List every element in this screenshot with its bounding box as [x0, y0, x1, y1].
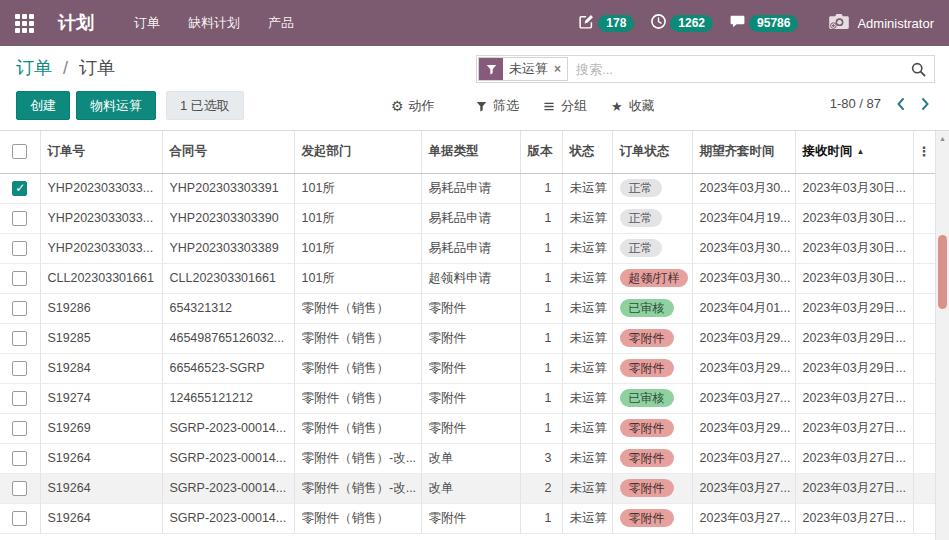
selected-count-button[interactable]: 1 已选取 [166, 91, 244, 120]
column-contract-no[interactable]: 合同号 [162, 131, 294, 173]
column-version[interactable]: 版本 [520, 131, 562, 173]
cell-version: 1 [520, 203, 562, 233]
row-checkbox[interactable] [12, 511, 27, 526]
table-row[interactable]: S19264 SGRP-2023-00014... 零附件（销售） 零附件 1 … [0, 503, 935, 533]
cell-doc-type: 零附件 [421, 353, 520, 383]
cell-version: 1 [520, 503, 562, 533]
cell-expect-time: 2023年03月27... [692, 473, 795, 503]
table-row[interactable]: S19286 654321312 零附件（销售） 零附件 1 未运算 已审核 2… [0, 293, 935, 323]
column-order-state[interactable]: 订单状态 [612, 131, 692, 173]
user-menu[interactable]: Administrator [828, 13, 934, 34]
filters-dropdown[interactable]: 筛选 [476, 97, 519, 115]
cell-expect-time: 2023年04月01... [692, 293, 795, 323]
column-receive-time[interactable]: 接收时间▲ [795, 131, 913, 173]
search-icon[interactable] [911, 62, 926, 77]
column-dept[interactable]: 发起部门 [294, 131, 421, 173]
cell-doc-type: 零附件 [421, 413, 520, 443]
select-all-checkbox[interactable] [12, 144, 27, 159]
table-row[interactable]: YHP2023033033... YHP202303303389 101所 易耗… [0, 233, 935, 263]
material-compute-button[interactable]: 物料运算 [76, 91, 156, 120]
vertical-scrollbar[interactable]: ▲ [935, 131, 949, 540]
row-checkbox[interactable] [12, 301, 27, 316]
scrollbar-up-icon[interactable]: ▲ [936, 131, 949, 145]
apps-menu-icon[interactable] [15, 14, 34, 33]
table-row[interactable]: YHP2023033033... YHP202303303391 101所 易耗… [0, 173, 935, 203]
row-checkbox[interactable] [12, 211, 27, 226]
actions-label: 动作 [409, 97, 435, 115]
column-expect-time[interactable]: 期望齐套时间 [692, 131, 795, 173]
order-state-badge: 已审核 [620, 299, 674, 317]
cell-status: 未运算 [562, 233, 612, 263]
cell-order-state: 已审核 [612, 293, 692, 323]
scrollbar-thumb[interactable] [938, 235, 947, 309]
row-checkbox[interactable] [12, 271, 27, 286]
tray-messages[interactable]: 178 [578, 13, 634, 33]
menu-products[interactable]: 产品 [268, 14, 294, 32]
menu-shortage-plan[interactable]: 缺料计划 [188, 14, 240, 32]
row-checkbox[interactable] [12, 391, 27, 406]
tray-chat[interactable]: 95786 [729, 13, 798, 33]
cell-receive-time: 2023年03月27日... [795, 383, 913, 413]
column-doc-type[interactable]: 单据类型 [421, 131, 520, 173]
cell-status: 未运算 [562, 173, 612, 203]
search-input[interactable] [574, 61, 903, 78]
row-checkbox[interactable] [12, 241, 27, 256]
cell-receive-time: 2023年03月29日... [795, 293, 913, 323]
table-row[interactable]: S19269 SGRP-2023-00014... 零附件（销售） 零附件 1 … [0, 413, 935, 443]
table-row[interactable]: S19274 124655121212 零附件（销售） 零附件 1 未运算 已审… [0, 383, 935, 413]
filter-icon [476, 101, 487, 112]
cell-version: 1 [520, 383, 562, 413]
pager-value[interactable]: 1-80 / 87 [830, 96, 881, 111]
groupby-dropdown[interactable]: 分组 [543, 97, 587, 115]
filters-label: 筛选 [493, 97, 519, 115]
table-row[interactable]: S19285 465498765126032... 零附件（销售） 零附件 1 … [0, 323, 935, 353]
favorites-dropdown[interactable]: ★ 收藏 [611, 97, 655, 115]
table-row[interactable]: YHP2023033033... YHP202303303390 101所 易耗… [0, 203, 935, 233]
cell-doc-type: 改单 [421, 473, 520, 503]
pager-previous-icon[interactable] [895, 97, 906, 111]
filter-facet-icon [479, 58, 503, 80]
create-button[interactable]: 创建 [16, 91, 70, 120]
messages-count-badge: 178 [598, 15, 634, 32]
column-order-no[interactable]: 订单号 [40, 131, 162, 173]
cell-order-no: S19274 [40, 383, 162, 413]
cell-doc-type: 零附件 [421, 293, 520, 323]
row-checkbox[interactable] [12, 181, 27, 196]
search-facet[interactable]: 未运算 × [478, 57, 568, 81]
row-checkbox[interactable] [12, 481, 27, 496]
column-status[interactable]: 状态 [562, 131, 612, 173]
row-checkbox[interactable] [12, 421, 27, 436]
star-icon: ★ [611, 99, 623, 114]
cell-status: 未运算 [562, 263, 612, 293]
cell-receive-time: 2023年03月30日... [795, 233, 913, 263]
actions-dropdown[interactable]: ⚙ 动作 [391, 97, 435, 115]
row-checkbox[interactable] [12, 331, 27, 346]
menu-orders[interactable]: 订单 [134, 14, 160, 32]
row-checkbox[interactable] [12, 451, 27, 466]
order-state-badge: 零附件 [620, 509, 674, 527]
tray-activities[interactable]: 1262 [650, 13, 713, 33]
cell-contract-no: 66546523-SGRP [162, 353, 294, 383]
optional-columns-icon[interactable]: ⋮ [913, 131, 935, 173]
cell-dept: 零附件（销售） [294, 413, 421, 443]
cell-version: 1 [520, 173, 562, 203]
cell-status: 未运算 [562, 203, 612, 233]
table-row[interactable]: S19264 SGRP-2023-00014... 零附件（销售）-改... 改… [0, 473, 935, 503]
cell-version: 1 [520, 353, 562, 383]
table-row[interactable]: S19284 66546523-SGRP 零附件（销售） 零附件 1 未运算 零… [0, 353, 935, 383]
cell-contract-no: 465498765126032... [162, 323, 294, 353]
cell-contract-no: SGRP-2023-00014... [162, 503, 294, 533]
cell-order-no: S19286 [40, 293, 162, 323]
cell-expect-time: 2023年04月19... [692, 203, 795, 233]
row-checkbox[interactable] [12, 361, 27, 376]
cell-contract-no: YHP202303303391 [162, 173, 294, 203]
cell-status: 未运算 [562, 503, 612, 533]
pager-next-icon[interactable] [920, 97, 931, 111]
cell-order-no: S19269 [40, 413, 162, 443]
cell-receive-time: 2023年03月30日... [795, 173, 913, 203]
table-row[interactable]: CLL202303301661 CLL202303301661 101所 超领料… [0, 263, 935, 293]
facet-remove-icon[interactable]: × [554, 62, 561, 76]
breadcrumb-parent[interactable]: 订单 [16, 58, 52, 78]
cell-order-no: S19264 [40, 503, 162, 533]
table-row[interactable]: S19264 SGRP-2023-00014... 零附件（销售）-改... 改… [0, 443, 935, 473]
